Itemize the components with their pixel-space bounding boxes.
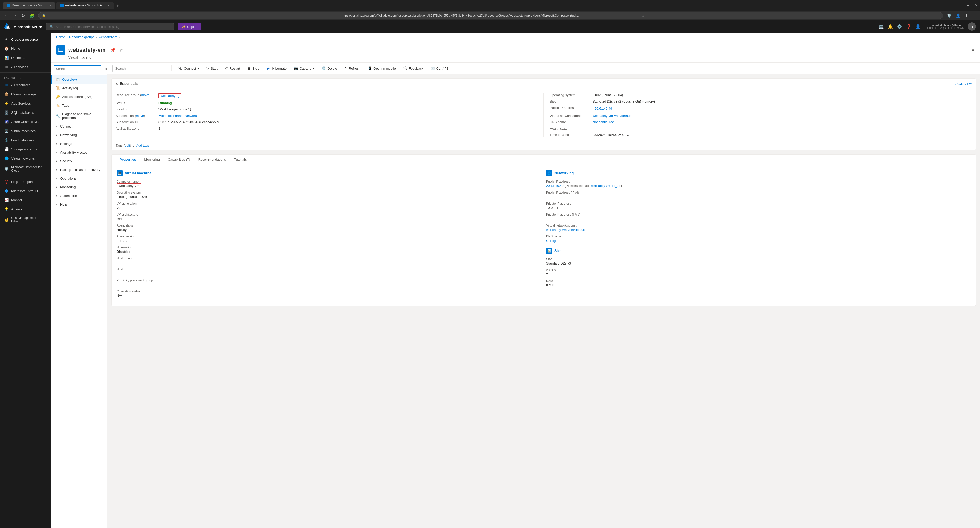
more-button[interactable]: …: [126, 47, 133, 53]
sidebar-item-home[interactable]: 🏠 Home: [0, 44, 51, 53]
nav-arrow-right[interactable]: ›: [103, 67, 103, 71]
rg-link[interactable]: websafety-rg: [161, 94, 180, 98]
prop-pub-ip-link[interactable]: 20.61.40.49: [546, 184, 564, 188]
tab-recommendations[interactable]: Recommendations: [194, 155, 230, 165]
nav-item-connect[interactable]: Connect: [51, 122, 107, 131]
breadcrumb-home[interactable]: Home: [56, 35, 65, 39]
cloud-shell-btn[interactable]: 💻: [879, 24, 884, 29]
nav-refresh-button[interactable]: ↻: [21, 12, 26, 19]
nav-extensions-button[interactable]: 🧩: [28, 12, 35, 19]
copilot-button[interactable]: ✨ Copilot: [178, 23, 201, 30]
sidebar-item-advisor[interactable]: 💡 Advisor: [0, 205, 51, 214]
add-tab-button[interactable]: +: [115, 3, 121, 9]
breadcrumb-resource-groups[interactable]: Resource groups: [69, 35, 94, 39]
tab1-close[interactable]: ✕: [49, 4, 51, 7]
nav-item-iam[interactable]: 🔑 Access control (IAM): [51, 92, 107, 101]
notifications-btn[interactable]: 🔔: [888, 24, 893, 29]
json-view-link[interactable]: JSON View: [955, 82, 972, 86]
tab-monitoring[interactable]: Monitoring: [140, 155, 164, 165]
header-search-input[interactable]: [56, 25, 170, 29]
nav-item-tags[interactable]: 🏷️ Tags: [51, 101, 107, 110]
account-btn[interactable]: 👤: [955, 12, 962, 19]
sidebar-item-resource-groups[interactable]: 📦 Resource groups: [0, 90, 51, 99]
feedback-btn[interactable]: 👤: [915, 24, 921, 29]
essentials-title[interactable]: ∧ Essentials: [116, 82, 138, 86]
tab-tutorials[interactable]: Tutorials: [230, 155, 251, 165]
toolbar-search-input[interactable]: [112, 65, 169, 72]
sidebar-item-load-balancers[interactable]: ⚖️ Load balancers: [0, 135, 51, 144]
sidebar-item-virtual-machines[interactable]: 🖥️ Virtual machines: [0, 126, 51, 135]
sidebar-item-create-resource[interactable]: ＋ Create a resource: [0, 35, 51, 44]
nav-item-backup[interactable]: Backup + disaster recovery: [51, 165, 107, 174]
nav-item-security[interactable]: Security: [51, 157, 107, 165]
stop-button[interactable]: ⏹ Stop: [244, 65, 262, 72]
prop-vnet-subnet-link[interactable]: websafety-vm-vnet/default: [546, 228, 585, 231]
user-info[interactable]: rafael.akchurin@diladel... DILADELE B.V.…: [924, 24, 964, 30]
start-button[interactable]: ▷ Start: [203, 65, 221, 72]
help-btn[interactable]: ❓: [906, 24, 912, 29]
nav-item-automation[interactable]: Automation: [51, 191, 107, 200]
sidebar-item-defender[interactable]: 🛡️ Microsoft Defender for Cloud: [0, 163, 51, 175]
network-interface-link[interactable]: websafety-vm174_z1: [591, 184, 620, 188]
sidebar-item-cost-management[interactable]: 💰 Cost Management + Billing: [0, 214, 51, 225]
nav-arrow-collapse[interactable]: «: [105, 67, 107, 71]
window-restore[interactable]: □: [971, 3, 973, 7]
sidebar-item-sql-databases[interactable]: 🗄️ SQL databases: [0, 108, 51, 117]
hibernate-button[interactable]: 💤 Hibernate: [263, 65, 290, 72]
header-search[interactable]: 🔍: [46, 23, 174, 30]
nav-item-diagnose[interactable]: 🔧 Diagnose and solve problems: [51, 110, 107, 122]
nav-item-operations[interactable]: Operations: [51, 174, 107, 182]
sub-move-link[interactable]: move: [136, 114, 144, 117]
favorite-button[interactable]: ☆: [118, 47, 124, 54]
feedback-button[interactable]: 💬 Feedback: [400, 65, 426, 72]
prop-dns-name-link[interactable]: Configure: [546, 239, 560, 243]
tab-properties[interactable]: Properties: [116, 155, 140, 165]
nav-item-activity-log[interactable]: 📜 Activity log: [51, 84, 107, 92]
sidebar-item-all-resources[interactable]: ⊞ All resources: [0, 80, 51, 90]
nav-item-help[interactable]: Help: [51, 200, 107, 209]
resource-close-button[interactable]: ✕: [971, 47, 975, 53]
vnet-link[interactable]: websafety-vm-vnet/default: [593, 114, 632, 117]
nav-item-overview[interactable]: 📋 Overview: [51, 75, 107, 84]
sidebar-item-entra-id[interactable]: 🔷 Microsoft Entra ID: [0, 186, 51, 195]
menu-btn[interactable]: ⋮: [971, 12, 977, 19]
address-bar[interactable]: 🔒 https://portal.azure.com/#@diladele.co…: [38, 12, 943, 19]
nav-item-networking[interactable]: Networking: [51, 131, 107, 139]
user-avatar[interactable]: R: [968, 22, 976, 31]
breadcrumb-rg[interactable]: websafety-rg: [99, 35, 118, 39]
browser-tab-1[interactable]: Resource groups - Microsoft A... ✕: [3, 2, 56, 9]
delete-button[interactable]: 🗑️ Delete: [318, 65, 340, 72]
capture-button[interactable]: 📷 Capture ▾: [291, 65, 318, 72]
connect-button[interactable]: 🔌 Connect ▾: [175, 65, 202, 72]
azure-logo[interactable]: Microsoft Azure: [4, 23, 42, 30]
sidebar-item-virtual-networks[interactable]: 🌐 Virtual networks: [0, 154, 51, 163]
sidebar-item-cosmos-db[interactable]: 🌌 Azure Cosmos DB: [0, 117, 51, 126]
add-tags-link[interactable]: Add tags: [136, 144, 149, 147]
nav-item-settings[interactable]: Settings: [51, 139, 107, 148]
sidebar-item-monitor[interactable]: 📈 Monitor: [0, 195, 51, 205]
nav-back-button[interactable]: ←: [3, 12, 9, 19]
window-close[interactable]: ✕: [975, 3, 977, 7]
restart-button[interactable]: ↺ Restart: [222, 65, 243, 72]
sidebar-item-app-services[interactable]: ⚡ App Services: [0, 99, 51, 108]
tab-capabilities[interactable]: Capabilities (7): [164, 155, 194, 165]
nav-forward-button[interactable]: →: [12, 12, 18, 19]
left-nav-search-input[interactable]: [54, 65, 101, 72]
settings-btn[interactable]: ⚙️: [897, 24, 902, 29]
sidebar-item-dashboard[interactable]: 📊 Dashboard: [0, 53, 51, 62]
sidebar-item-storage-accounts[interactable]: 💾 Storage accounts: [0, 144, 51, 154]
cli-ps-button[interactable]: ⌨️ CLI / PS: [428, 65, 452, 72]
extensions-btn[interactable]: 🛡️: [946, 12, 953, 19]
pin-button[interactable]: 📌: [109, 47, 117, 54]
rg-move-link[interactable]: move: [141, 93, 149, 97]
download-btn[interactable]: ⬇: [964, 12, 969, 19]
nav-item-availability[interactable]: Availability + scale: [51, 148, 107, 157]
tags-edit-link[interactable]: edit: [124, 144, 130, 147]
tab2-close[interactable]: ✕: [107, 4, 110, 7]
sidebar-item-all-services[interactable]: ⊞ All services: [0, 62, 51, 71]
nav-item-monitoring[interactable]: Monitoring: [51, 182, 107, 191]
window-minimize[interactable]: ─: [967, 3, 969, 7]
public-ip-link[interactable]: 20.61.40.49: [595, 106, 612, 111]
open-mobile-button[interactable]: 📱 Open in mobile: [364, 65, 399, 72]
browser-tab-2[interactable]: websafety-vm - Microsoft Azure ✕: [56, 2, 114, 9]
